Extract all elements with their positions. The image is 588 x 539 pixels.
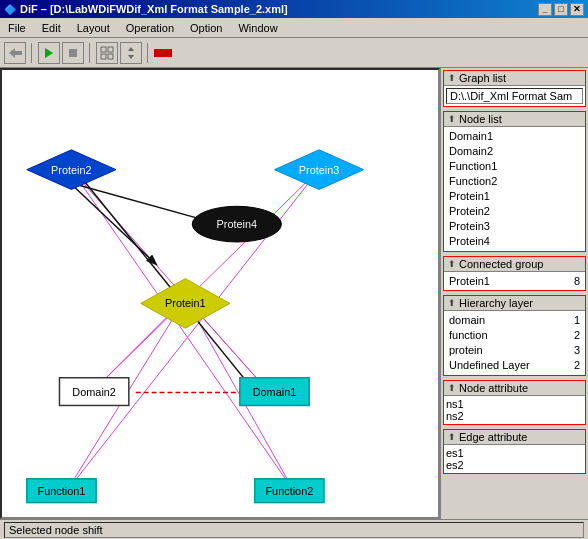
connected-group-label: Connected group [459, 258, 543, 270]
node-attribute-content: ns1 ns2 [444, 396, 585, 424]
title-text: DiF – [D:\LabWDiFWDif_Xml Format Sample_… [20, 3, 288, 15]
svg-text:Function1: Function1 [38, 485, 86, 497]
svg-rect-5 [108, 47, 113, 52]
svg-text:Protein4: Protein4 [217, 218, 258, 230]
menu-window[interactable]: Window [234, 21, 281, 35]
hierarchy-value: 3 [566, 343, 583, 358]
list-item[interactable]: Protein4 [446, 234, 583, 249]
node-attr-item: ns1 [446, 398, 583, 410]
hierarchy-layer-header: ⬆ Hierarchy layer [444, 296, 585, 311]
svg-text:Protein1: Protein1 [165, 297, 206, 309]
toolbar-separator-2 [89, 43, 91, 63]
node-attr-item: ns2 [446, 410, 583, 422]
hierarchy-name: domain [446, 313, 566, 328]
close-button[interactable]: ✕ [570, 3, 584, 16]
graph-list-header: ⬆ Graph list [444, 71, 585, 86]
status-field: Selected node shift [4, 522, 584, 538]
edge-attribute-chevron: ⬆ [448, 432, 456, 442]
node-list-content: Domain1 Domain2 Function1 Function2 Prot… [444, 127, 585, 251]
edge-attribute-label: Edge attribute [459, 431, 528, 443]
app-icon: 🔷 [4, 4, 16, 15]
connected-group-chevron: ⬆ [448, 259, 456, 269]
hierarchy-table: domain 1 function 2 protein 3 Undefined … [446, 313, 583, 373]
svg-text:Domain2: Domain2 [72, 386, 116, 398]
toolbar-play-button[interactable] [38, 42, 60, 64]
edge-attribute-header: ⬆ Edge attribute [444, 430, 585, 445]
table-row: Undefined Layer 2 [446, 358, 583, 373]
table-row: protein 3 [446, 343, 583, 358]
hierarchy-layer-section: ⬆ Hierarchy layer domain 1 function 2 pr… [443, 295, 586, 376]
list-item[interactable]: Domain2 [446, 144, 583, 159]
status-bar: Selected node shift [0, 519, 588, 539]
hierarchy-layer-content: domain 1 function 2 protein 3 Undefined … [444, 311, 585, 375]
node-list-label: Node list [459, 113, 502, 125]
toolbar-separator-1 [31, 43, 33, 63]
connected-group-name: Protein1 [449, 275, 490, 287]
connected-group-content: Protein1 8 [444, 272, 585, 290]
menu-operation[interactable]: Operation [122, 21, 178, 35]
hierarchy-value: 1 [566, 313, 583, 328]
svg-rect-7 [108, 54, 113, 59]
graph-svg: Protein2 Protein3 Protein4 Protein1 Doma… [2, 70, 438, 517]
menu-option[interactable]: Option [186, 21, 226, 35]
maximize-button[interactable]: □ [554, 3, 568, 16]
svg-marker-2 [45, 48, 53, 58]
toolbar [0, 38, 588, 68]
graph-list-label: Graph list [459, 72, 506, 84]
node-list-items: Domain1 Domain2 Function1 Function2 Prot… [446, 129, 583, 249]
connected-group-row: Protein1 8 [446, 274, 583, 288]
list-item[interactable]: Function2 [446, 174, 583, 189]
connected-group-header: ⬆ Connected group [444, 257, 585, 272]
table-row: function 2 [446, 328, 583, 343]
hierarchy-value: 2 [566, 328, 583, 343]
menu-bar: File Edit Layout Operation Option Window [0, 18, 588, 38]
edge-attribute-content: es1 es2 [444, 445, 585, 473]
edge-attr-item: es2 [446, 459, 583, 471]
list-item[interactable]: Protein3 [446, 219, 583, 234]
list-item[interactable]: Protein2 [446, 204, 583, 219]
node-attribute-header: ⬆ Node attribute [444, 381, 585, 396]
right-panel: ⬆ Graph list D:\.\Dif_Xml Format Sam ⬆ N… [440, 68, 588, 519]
node-attribute-label: Node attribute [459, 382, 528, 394]
graph-list-value[interactable]: D:\.\Dif_Xml Format Sam [446, 88, 583, 104]
svg-rect-1 [14, 51, 22, 55]
hierarchy-layer-label: Hierarchy layer [459, 297, 533, 309]
menu-file[interactable]: File [4, 21, 30, 35]
menu-edit[interactable]: Edit [38, 21, 65, 35]
menu-layout[interactable]: Layout [73, 21, 114, 35]
edge-attribute-section: ⬆ Edge attribute es1 es2 [443, 429, 586, 474]
svg-rect-4 [101, 47, 106, 52]
status-text: Selected node shift [9, 524, 103, 536]
main-content: Protein2 Protein3 Protein4 Protein1 Doma… [0, 68, 588, 519]
hierarchy-name: protein [446, 343, 566, 358]
canvas-area[interactable]: Protein2 Protein3 Protein4 Protein1 Doma… [0, 68, 440, 519]
toolbar-red-rect [154, 49, 172, 57]
list-item[interactable]: Protein1 [446, 189, 583, 204]
svg-text:Function2: Function2 [265, 485, 313, 497]
graph-list-content: D:\.\Dif_Xml Format Sam [444, 86, 585, 106]
hierarchy-name: function [446, 328, 566, 343]
node-attribute-chevron: ⬆ [448, 383, 456, 393]
toolbar-stop-button[interactable] [62, 42, 84, 64]
hierarchy-value: 2 [566, 358, 583, 373]
toolbar-grid-button[interactable] [96, 42, 118, 64]
svg-rect-3 [69, 49, 77, 57]
list-item[interactable]: Function1 [446, 159, 583, 174]
minimize-button[interactable]: _ [538, 3, 552, 16]
table-row: domain 1 [446, 313, 583, 328]
title-bar: 🔷 DiF – [D:\LabWDiFWDif_Xml Format Sampl… [0, 0, 588, 18]
svg-marker-8 [128, 47, 134, 59]
graph-list-section: ⬆ Graph list D:\.\Dif_Xml Format Sam [443, 70, 586, 107]
list-item[interactable]: Domain1 [446, 129, 583, 144]
svg-text:Protein3: Protein3 [299, 164, 340, 176]
svg-text:Protein2: Protein2 [51, 164, 92, 176]
toolbar-move-button[interactable] [120, 42, 142, 64]
graph-list-chevron: ⬆ [448, 73, 456, 83]
node-attribute-section: ⬆ Node attribute ns1 ns2 [443, 380, 586, 425]
toolbar-back-button[interactable] [4, 42, 26, 64]
toolbar-separator-3 [147, 43, 149, 63]
svg-text:Domain1: Domain1 [253, 386, 297, 398]
svg-line-11 [91, 170, 319, 393]
edge-attr-item: es1 [446, 447, 583, 459]
svg-line-17 [66, 180, 155, 264]
